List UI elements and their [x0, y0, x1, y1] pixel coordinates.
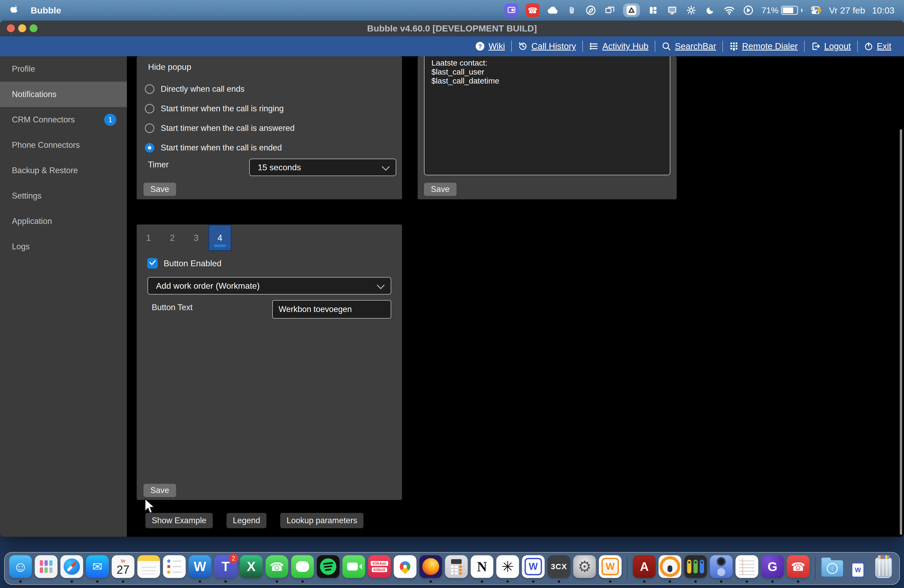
apple-menu-icon[interactable] [9, 5, 19, 16]
lookup-parameters-button[interactable]: Lookup parameters [280, 513, 363, 528]
chevron-down-icon [377, 281, 385, 289]
dock-icon-trash[interactable] [872, 554, 895, 583]
dock-icon-klikaanklikuit[interactable]: KlikAanKlikUit [368, 554, 391, 583]
dock-icon-reminders[interactable] [163, 554, 186, 583]
dock-icon-textedit[interactable] [735, 554, 759, 583]
nav-link-wiki[interactable]: ?Wiki [475, 41, 505, 51]
dock-icon-password-keys[interactable] [684, 554, 707, 583]
dock-icon-finder[interactable]: ☺ [9, 554, 32, 583]
dock-icon-downloads-folder[interactable]: ↓ [821, 554, 844, 583]
dock-icon-minimized-document[interactable]: W [846, 554, 870, 583]
dock-icon-workmate-web[interactable]: W [599, 554, 622, 583]
radio-option-3[interactable]: Start timer when the call is answered [145, 123, 295, 134]
legend-button[interactable]: Legend [226, 513, 266, 528]
dock-icon-safari[interactable] [60, 554, 84, 583]
dock-icon-acrobat[interactable]: A [633, 554, 656, 583]
sidebar-item-logs[interactable]: Logs [0, 234, 127, 259]
dock-icon-spotify[interactable] [317, 554, 340, 583]
dock-icon-notes[interactable] [137, 554, 160, 583]
timer-select[interactable]: 15 seconds [249, 159, 396, 176]
dock-icon-launchpad[interactable] [35, 554, 58, 583]
popup-save-button[interactable]: Save [144, 183, 176, 196]
vertical-scrollbar[interactable] [900, 129, 902, 535]
paperclip-icon[interactable] [566, 3, 578, 18]
running-indicator [797, 580, 799, 583]
footer-buttons: Show ExampleLegendLookup parameters [145, 513, 363, 528]
sidebar-item-profile[interactable]: Profile [0, 56, 127, 82]
action-tab-4[interactable]: 4 [208, 224, 232, 251]
dock-icon-notion[interactable]: N [471, 554, 494, 583]
radio-option-4[interactable]: Start timer when the call is ended [145, 142, 282, 153]
nav-link-searchbar[interactable]: SearchBar [662, 41, 716, 51]
dock-icon-openvpn[interactable] [659, 554, 682, 583]
menubar-clock[interactable]: Vr 27 feb 10:03 [829, 5, 895, 16]
dock-icon-word[interactable]: W [188, 554, 212, 583]
dock-icon-phone-red[interactable]: ☎ [787, 554, 810, 583]
sidebar-item-backup-restore[interactable]: Backup & Restore [0, 158, 127, 183]
sidebar-item-settings[interactable]: Settings [0, 183, 127, 209]
running-indicator [506, 580, 509, 583]
action-save-button[interactable]: Save [144, 484, 176, 497]
brightness-icon[interactable] [685, 3, 697, 18]
screen-mirroring-icon[interactable] [604, 3, 616, 18]
running-indicator [720, 580, 722, 583]
dock-icon-system-settings[interactable]: ⚙ [573, 554, 596, 583]
nav-link-call-history[interactable]: Call History [518, 41, 576, 51]
triangle-app-icon[interactable] [623, 3, 640, 18]
dock-icon-phone-keypad[interactable] [445, 554, 468, 583]
nav-link-exit[interactable]: Exit [864, 41, 891, 51]
battery-indicator[interactable]: 71% [762, 3, 803, 18]
dock-icon-facetime[interactable] [342, 554, 365, 583]
dock-icon-genie-app[interactable]: G [761, 554, 784, 583]
action-tab-2[interactable]: 2 [160, 224, 184, 251]
window-tiling-icon[interactable] [647, 3, 659, 18]
chevron-down-icon [382, 163, 390, 171]
screen-sharing-indicator[interactable] [504, 3, 518, 18]
nav-link-logout[interactable]: Logout [811, 41, 851, 51]
dock-icon-google-maps[interactable] [394, 554, 417, 583]
wifi-icon[interactable] [724, 3, 735, 18]
sidebar-item-label: Phone Connectors [12, 141, 80, 150]
nav-separator [511, 41, 512, 52]
dock-icon-chatgpt[interactable]: ✳ [496, 554, 519, 583]
sidebar-item-phone-connectors[interactable]: Phone Connectors [0, 133, 127, 158]
dock-icon-messages[interactable] [291, 554, 314, 583]
button-enabled-checkbox[interactable] [147, 258, 158, 269]
dock-icon-mail[interactable]: ✉ [86, 554, 109, 583]
sidebar: ProfileNotificationsCRM Connectors1Phone… [0, 56, 127, 537]
action-select[interactable]: Add work order (Workmate) [147, 277, 391, 294]
dock-icon-firefox[interactable] [419, 554, 443, 583]
button-enabled-label: Button Enabled [164, 258, 221, 269]
sidebar-item-crm-connectors[interactable]: CRM Connectors1 [0, 107, 127, 133]
dock-icon-whatsapp[interactable]: ☎ [266, 554, 289, 583]
rocket-icon[interactable] [585, 3, 597, 18]
sidebar-item-notifications[interactable]: Notifications [0, 82, 127, 107]
call-indicator[interactable]: ☎ [526, 3, 539, 18]
nav-link-activity-hub[interactable]: Activity Hub [589, 41, 648, 51]
playback-icon[interactable] [743, 3, 754, 18]
template-save-button[interactable]: Save [424, 183, 457, 196]
running-indicator [558, 580, 560, 583]
toggles-icon[interactable] [810, 3, 822, 18]
dock-icon-3cx[interactable]: 3CX [547, 554, 571, 583]
dock-icon-workmate[interactable]: W [522, 554, 545, 583]
sidebar-item-application[interactable]: Application [0, 209, 127, 234]
radio-option-1[interactable]: Directly when call ends [145, 84, 245, 94]
action-tab-1[interactable]: 1 [137, 224, 160, 251]
radio-option-2[interactable]: Start timer when the call is ringing [145, 103, 284, 114]
template-textarea[interactable]: Laatste contact: $last_call_user $last_c… [424, 56, 670, 175]
button-text-input[interactable] [272, 300, 391, 319]
dock-icon-excel[interactable]: X [240, 554, 263, 583]
cloud-status-icon[interactable] [547, 3, 558, 18]
focus-icon[interactable] [705, 3, 716, 18]
radio-label: Start timer when the call is ringing [161, 104, 284, 114]
dock-icon-hand-mirror[interactable] [710, 554, 733, 583]
dock-icon-teams[interactable]: T2 [214, 554, 237, 583]
show-example-button[interactable]: Show Example [145, 513, 213, 528]
nav-link-remote-dialer[interactable]: Remote Dialer [729, 41, 798, 51]
menubar-app-name[interactable]: Bubble [31, 5, 61, 16]
display-icon[interactable] [666, 3, 678, 18]
running-indicator [19, 580, 22, 583]
action-tab-3[interactable]: 3 [184, 224, 208, 251]
dock-icon-calendar[interactable]: Vr27 [112, 554, 135, 583]
